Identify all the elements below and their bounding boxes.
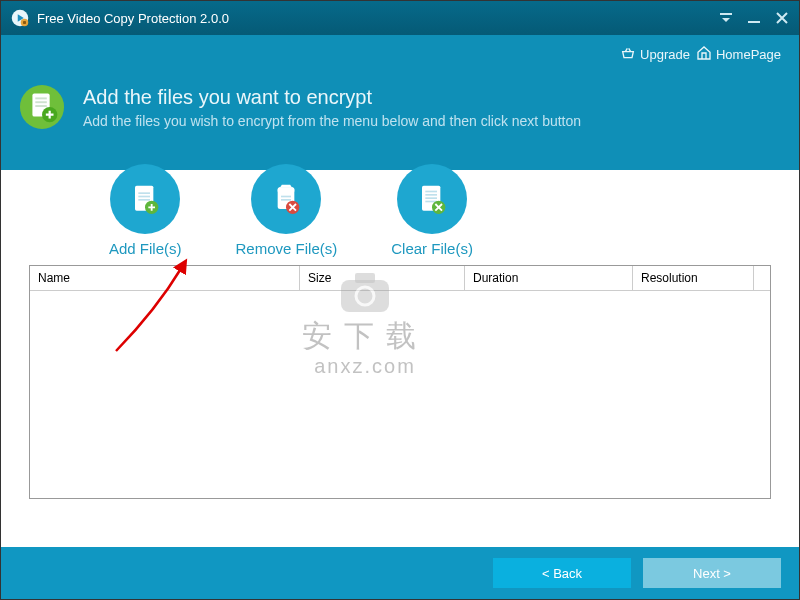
remove-files-button[interactable]: Remove File(s) — [236, 164, 338, 257]
svg-rect-17 — [278, 187, 295, 193]
back-button[interactable]: < Back — [493, 558, 631, 588]
svg-rect-2 — [23, 21, 26, 24]
close-icon[interactable] — [775, 11, 789, 25]
svg-rect-14 — [139, 199, 151, 201]
header: Upgrade HomePage Add the files you want … — [1, 35, 799, 170]
svg-rect-8 — [35, 101, 47, 103]
app-icon — [11, 9, 29, 27]
svg-rect-4 — [748, 21, 760, 23]
add-files-label: Add File(s) — [109, 240, 182, 257]
table-body[interactable] — [30, 291, 770, 498]
svg-rect-23 — [425, 194, 437, 196]
upgrade-label: Upgrade — [640, 47, 690, 62]
minimize-icon[interactable] — [747, 11, 761, 25]
home-icon — [696, 45, 712, 64]
clear-files-button[interactable]: Clear File(s) — [391, 164, 473, 257]
main-panel: Add File(s) Remove File(s) Clear File(s)… — [1, 170, 799, 547]
svg-rect-3 — [720, 13, 732, 15]
homepage-link[interactable]: HomePage — [696, 45, 781, 64]
page-subtitle: Add the files you wish to encrypt from t… — [83, 113, 581, 129]
svg-rect-9 — [35, 105, 47, 107]
svg-rect-24 — [425, 197, 437, 199]
col-spacer — [754, 266, 770, 291]
file-toolbar: Add File(s) Remove File(s) Clear File(s) — [29, 164, 771, 265]
encrypt-header-icon — [19, 84, 65, 130]
col-resolution[interactable]: Resolution — [633, 266, 754, 291]
page-title: Add the files you want to encrypt — [83, 86, 581, 109]
svg-rect-7 — [35, 97, 47, 99]
svg-rect-13 — [139, 196, 151, 198]
footer: < Back Next > — [1, 547, 799, 599]
file-table: Name Size Duration Resolution — [29, 265, 771, 499]
col-size[interactable]: Size — [300, 266, 465, 291]
svg-rect-22 — [425, 191, 437, 193]
table-header: Name Size Duration Resolution — [30, 266, 770, 291]
col-name[interactable]: Name — [30, 266, 300, 291]
next-button[interactable]: Next > — [643, 558, 781, 588]
svg-rect-19 — [281, 199, 291, 201]
clear-files-label: Clear File(s) — [391, 240, 473, 257]
app-title: Free Video Copy Protection 2.0.0 — [37, 11, 229, 26]
upgrade-link[interactable]: Upgrade — [620, 45, 690, 64]
remove-files-label: Remove File(s) — [236, 240, 338, 257]
svg-rect-18 — [281, 196, 291, 198]
add-files-button[interactable]: Add File(s) — [109, 164, 182, 257]
basket-icon — [620, 45, 636, 64]
dropdown-icon[interactable] — [719, 11, 733, 25]
col-duration[interactable]: Duration — [465, 266, 633, 291]
titlebar: Free Video Copy Protection 2.0.0 — [1, 1, 799, 35]
homepage-label: HomePage — [716, 47, 781, 62]
svg-rect-12 — [139, 192, 151, 194]
